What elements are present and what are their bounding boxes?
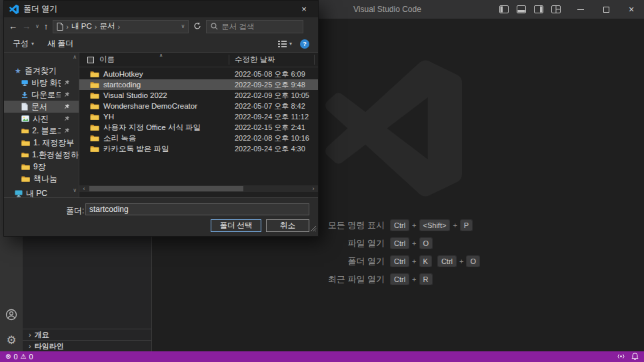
- settings-gear-icon[interactable]: ⚙: [5, 333, 18, 347]
- shortcut-row: 파일 열기 Ctrl + O: [152, 234, 644, 252]
- up-icon[interactable]: ↑: [44, 22, 49, 31]
- history-dropdown-icon[interactable]: ∨: [35, 23, 39, 29]
- scroll-left-icon[interactable]: ‹: [81, 185, 87, 192]
- pin-icon: [64, 90, 70, 99]
- keybinding-chip: O: [419, 237, 433, 249]
- minimize-button[interactable]: [568, 0, 593, 19]
- folder-icon: [90, 103, 99, 110]
- view-mode-button[interactable]: ▾: [278, 41, 292, 47]
- keybinding-chip: P: [460, 219, 473, 231]
- account-icon[interactable]: [5, 308, 18, 321]
- file-row[interactable]: Wondershare DemoCreator 2022-05-07 오후 8:…: [79, 101, 318, 111]
- keybinding-chip: Ctrl: [390, 273, 409, 285]
- error-count: 0: [13, 353, 17, 361]
- folder-icon: [90, 145, 99, 153]
- chevron-right-icon: ›: [29, 331, 31, 339]
- column-header-date[interactable]: 수정한 날짜: [235, 55, 275, 65]
- column-divider[interactable]: [229, 55, 229, 65]
- folder-icon: [90, 71, 99, 78]
- error-icon: ⊗: [5, 351, 11, 362]
- select-folder-button[interactable]: 폴더 선택: [211, 219, 261, 232]
- folder-label: 폴더:: [66, 205, 84, 217]
- file-row[interactable]: 사용자 지정 Office 서식 파일 2022-02-15 오후 2:41: [79, 122, 318, 133]
- dialog-titlebar: 폴더 열기 ×: [4, 1, 318, 17]
- document-icon: [21, 103, 28, 111]
- tree-item-chapter9[interactable]: 9장: [4, 161, 79, 173]
- customize-layout-icon[interactable]: [551, 5, 561, 13]
- window-title: Visual Studio Code: [353, 0, 421, 19]
- address-dropdown-icon[interactable]: ∨: [181, 23, 185, 29]
- dialog-close-button[interactable]: ×: [290, 1, 318, 17]
- scroll-right-icon[interactable]: ›: [310, 185, 317, 192]
- pin-icon: [64, 114, 70, 123]
- keybinding-chip: Ctrl: [390, 237, 409, 249]
- tree-item-documents[interactable]: 문서: [4, 101, 79, 113]
- chevron-down-icon: ▾: [31, 41, 34, 47]
- folder-icon: [21, 163, 30, 171]
- problems-status-item[interactable]: ⊗ 0 ⚠ 0: [5, 351, 33, 362]
- scroll-up-icon[interactable]: ∧: [73, 54, 77, 60]
- scrollbar-thumb[interactable]: [89, 186, 243, 191]
- tree-item-blog[interactable]: 2. 블로그: [4, 125, 79, 137]
- chevron-down-icon: ▾: [289, 41, 292, 47]
- list-header: 이름 ∧ 수정한 날짜: [79, 53, 318, 67]
- folder-icon: [90, 92, 99, 99]
- select-all-checkbox[interactable]: [87, 57, 94, 63]
- desktop-icon: [21, 79, 28, 87]
- folder-name-input[interactable]: [85, 203, 309, 215]
- refresh-icon[interactable]: [193, 21, 201, 33]
- file-row[interactable]: 소리 녹음 2022-02-08 오후 10:16: [79, 133, 318, 143]
- folder-icon: [90, 81, 99, 89]
- folder-icon: [21, 175, 30, 183]
- tree-item-this-pc[interactable]: 내 PC: [4, 187, 79, 197]
- back-icon[interactable]: ←: [9, 22, 17, 31]
- timeline-panel-header[interactable]: › 타임라인: [23, 340, 151, 351]
- computer-icon: [15, 190, 23, 197]
- tree-item-quick-access[interactable]: ★ 즐겨찾기: [4, 65, 79, 77]
- cancel-button[interactable]: 취소: [266, 219, 309, 232]
- help-button[interactable]: ?: [300, 39, 309, 49]
- organize-button[interactable]: 구성 ▾: [13, 38, 34, 49]
- toggle-primary-sidebar-icon[interactable]: [499, 5, 509, 13]
- toggle-secondary-sidebar-icon[interactable]: [534, 5, 543, 13]
- vscode-app-icon: [9, 5, 19, 14]
- folder-icon: [90, 135, 99, 142]
- keybinding-chip: K: [419, 255, 432, 267]
- pin-icon: [64, 78, 70, 87]
- column-divider[interactable]: [314, 55, 315, 65]
- resize-grip[interactable]: [309, 223, 317, 235]
- search-box[interactable]: [206, 20, 303, 33]
- list-view-icon: [278, 41, 287, 47]
- tree-item-pictures[interactable]: 사진: [4, 113, 79, 125]
- folder-icon: [90, 113, 99, 121]
- tree-item-booksharing[interactable]: 책나눔: [4, 173, 79, 185]
- file-row[interactable]: Visual Studio 2022 2022-02-09 오후 10:05: [79, 90, 318, 101]
- warning-icon: ⚠: [21, 351, 27, 362]
- maximize-button[interactable]: [593, 0, 619, 19]
- new-folder-button[interactable]: 새 폴더: [47, 38, 73, 49]
- tree-item-env-setup[interactable]: 1.환경설정하기: [4, 149, 79, 161]
- file-row[interactable]: AutoHotkey 2022-05-08 오후 6:09: [79, 69, 318, 79]
- keybinding-chip: Ctrl: [390, 219, 409, 231]
- notifications-bell-icon[interactable]: [631, 352, 639, 361]
- tree-item-ledger[interactable]: 1. 재정장부: [4, 137, 79, 149]
- search-input[interactable]: [221, 23, 299, 31]
- file-row-selected[interactable]: startcoding 2022-09-25 오후 9:48: [79, 79, 318, 90]
- file-row[interactable]: YH 2022-09-24 오후 11:12: [79, 111, 318, 122]
- outline-panel-header[interactable]: › 개요: [23, 329, 151, 340]
- breadcrumb[interactable]: › 내 PC › 문서 › ∨: [53, 20, 189, 33]
- open-folder-dialog: 폴더 열기 × ← → ∨ ↑ › 내 PC › 문서 › ∨: [3, 0, 319, 237]
- file-row[interactable]: 카카오톡 받은 파일 2022-09-24 오후 4:30: [79, 143, 318, 154]
- window-close-button[interactable]: ×: [619, 0, 644, 19]
- horizontal-scrollbar[interactable]: ‹ ›: [79, 185, 318, 192]
- tree-item-downloads[interactable]: 다운로드: [4, 89, 79, 101]
- scroll-down-icon[interactable]: ∨: [73, 187, 77, 193]
- tree-item-desktop[interactable]: 바탕 화면: [4, 77, 79, 89]
- toggle-panel-icon[interactable]: [517, 5, 526, 13]
- remote-indicator-icon[interactable]: [617, 353, 625, 361]
- breadcrumb-segment-pc[interactable]: 내 PC: [71, 21, 92, 31]
- sort-ascending-icon: ∧: [159, 53, 163, 58]
- breadcrumb-segment-documents[interactable]: 문서: [99, 21, 115, 31]
- chevron-right-icon: ›: [29, 342, 31, 350]
- column-header-name[interactable]: 이름: [99, 55, 115, 65]
